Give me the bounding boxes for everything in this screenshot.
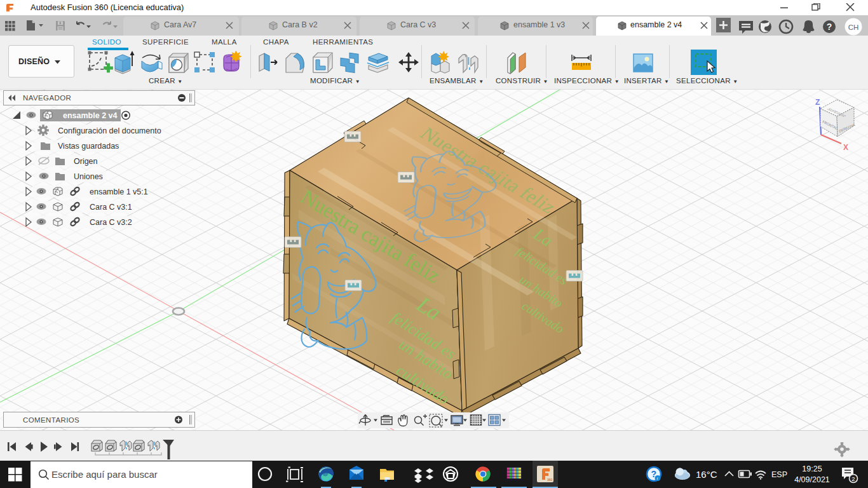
svg-text:i: i bbox=[657, 476, 658, 481]
svg-text:X: X bbox=[843, 143, 848, 152]
svg-text:CH: CH bbox=[848, 24, 859, 31]
svg-text:ESP: ESP bbox=[771, 470, 787, 479]
svg-text:19:25: 19:25 bbox=[802, 464, 822, 473]
svg-text:2: 2 bbox=[851, 475, 855, 482]
svg-text:4/09/2021: 4/09/2021 bbox=[794, 475, 830, 484]
svg-text:360: 360 bbox=[547, 478, 553, 482]
svg-text:Z: Z bbox=[815, 98, 820, 107]
svg-text:16°C: 16°C bbox=[696, 469, 717, 480]
svg-text:?: ? bbox=[827, 22, 832, 32]
